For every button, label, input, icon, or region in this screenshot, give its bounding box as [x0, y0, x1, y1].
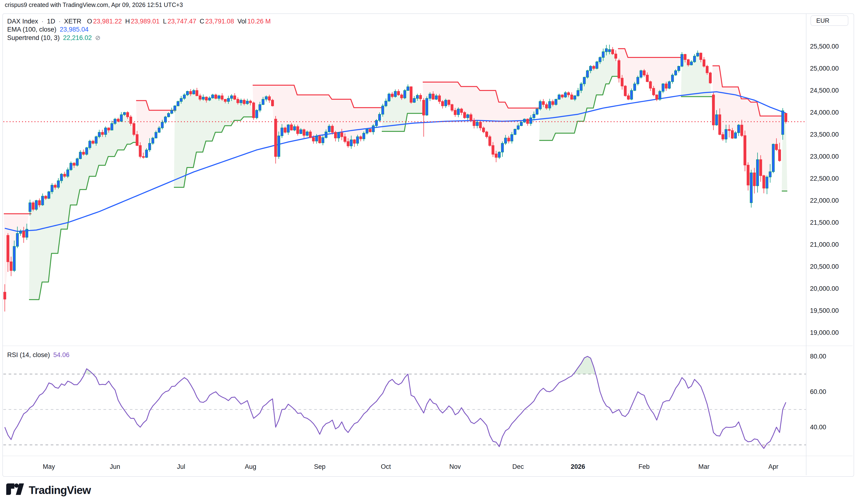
time-tick-label: Mar [687, 462, 721, 472]
price-tick-label: 19,000.00 [810, 328, 853, 338]
price-axis-divider [806, 14, 806, 475]
close-label: C [200, 18, 205, 25]
time-tick-label: Aug [234, 462, 267, 472]
price-tick-label: 22,500.00 [810, 174, 853, 183]
close-value: 23,791.08 [205, 18, 234, 25]
high-label: H [125, 18, 130, 25]
price-tick-label: 21,500.00 [810, 218, 853, 227]
price-tick-label: 23,500.00 [810, 130, 853, 139]
ema-legend[interactable]: EMA (100, close) 23,985.04 [7, 26, 89, 33]
price-tick-label: 20,000.00 [810, 284, 853, 293]
time-tick-label: Jun [98, 462, 132, 472]
currency-badge: EUR [810, 15, 848, 26]
price-tick-label: 21,000.00 [810, 240, 853, 249]
time-tick-label: Apr [757, 462, 790, 472]
price-tick-label: 24,500.00 [810, 86, 853, 95]
open-label: O [87, 18, 92, 25]
time-tick-label: 2026 [561, 462, 595, 472]
ema-value: 23,985.04 [60, 26, 89, 33]
tradingview-logo-icon [6, 483, 24, 497]
symbol-interval[interactable]: 1D [47, 18, 55, 25]
time-tick-label: Feb [627, 462, 661, 472]
ema-label[interactable]: EMA (100, close) [7, 26, 56, 33]
rsi-value: 54.06 [53, 351, 70, 359]
volume-value: 10.26 M [247, 18, 271, 25]
price-tick-label: 23,000.00 [810, 152, 853, 161]
rsi-label[interactable]: RSI (14, close) [7, 351, 50, 359]
high-value: 23,989.01 [131, 18, 159, 25]
rsi-tick-label: 40.00 [810, 422, 853, 432]
low-label: L [163, 18, 167, 25]
time-tick-label: May [32, 462, 66, 472]
supertrend-value: 22,216.02 [63, 34, 92, 42]
rsi-tick-label: 60.00 [810, 387, 853, 397]
time-tick-label: Jul [164, 462, 198, 472]
low-value: 23,747.47 [168, 18, 196, 25]
price-tick-label: 19,500.00 [810, 306, 853, 316]
tradingview-snapshot: crispus9 created with TradingView.com, A… [0, 0, 856, 504]
price-tick-label: 24,000.00 [810, 108, 853, 117]
tradingview-logo-text: TradingView [29, 484, 91, 497]
legend-separator: · [59, 18, 61, 25]
time-tick-label: Dec [501, 462, 535, 472]
currency-badge-label: EUR [816, 17, 829, 24]
time-tick-label: Sep [303, 462, 336, 472]
symbol-title[interactable]: DAX Index [7, 18, 38, 25]
price-tick-label: 25,000.00 [810, 64, 853, 73]
rsi-legend[interactable]: RSI (14, close) 54.06 [7, 351, 69, 359]
time-axis-separator [3, 456, 853, 456]
legend-separator: · [41, 18, 43, 25]
symbol-exchange: XETR [64, 18, 82, 25]
time-tick-label: Nov [438, 462, 472, 472]
rsi-tick-label: 80.00 [810, 352, 853, 361]
volume-label: Vol [237, 18, 246, 25]
hide-indicator-icon[interactable]: ⊘ [95, 34, 101, 42]
pane-separator[interactable] [3, 346, 853, 346]
open-value: 23,981.22 [93, 18, 122, 25]
supertrend-label[interactable]: Supertrend (10, 3) [7, 34, 59, 42]
price-tick-label: 20,500.00 [810, 262, 853, 271]
time-tick-label: Oct [369, 462, 403, 472]
symbol-legend[interactable]: DAX Index · 1D · XETR O23,981.22 H23,989… [7, 18, 270, 25]
tradingview-logo[interactable]: TradingView [6, 483, 91, 497]
price-tick-label: 25,500.00 [810, 42, 853, 51]
supertrend-legend[interactable]: Supertrend (10, 3) 22,216.02 ⊘ [7, 34, 101, 42]
price-tick-label: 22,000.00 [810, 196, 853, 205]
price-chart-canvas[interactable] [0, 0, 856, 504]
